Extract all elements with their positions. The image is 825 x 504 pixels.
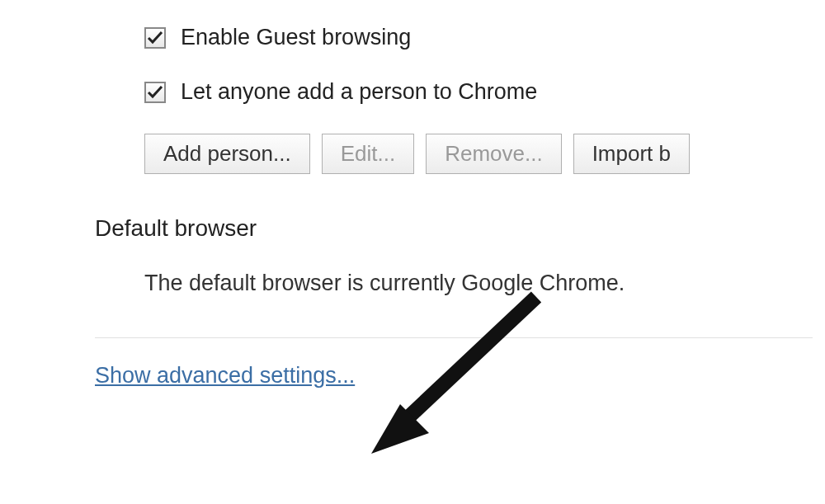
edit-person-button[interactable]: Edit... [322, 134, 414, 174]
add-person-button[interactable]: Add person... [144, 134, 310, 174]
anyone-add-row: Let anyone add a person to Chrome [144, 79, 825, 105]
annotation-arrow-icon [355, 289, 569, 470]
remove-person-button[interactable]: Remove... [426, 134, 562, 174]
import-button[interactable]: Import b [573, 134, 690, 174]
section-divider [95, 337, 813, 338]
anyone-add-label: Let anyone add a person to Chrome [181, 79, 537, 105]
check-icon [147, 85, 163, 100]
people-button-row: Add person... Edit... Remove... Import b [144, 134, 825, 174]
default-browser-text: The default browser is currently Google … [95, 271, 825, 296]
guest-browsing-label: Enable Guest browsing [181, 25, 411, 50]
default-browser-section: Default browser The default browser is c… [0, 215, 825, 296]
anyone-add-checkbox[interactable] [144, 82, 166, 103]
guest-browsing-row: Enable Guest browsing [144, 25, 825, 50]
check-icon [147, 31, 163, 45]
guest-browsing-checkbox[interactable] [144, 27, 166, 49]
default-browser-title: Default browser [95, 215, 825, 242]
show-advanced-settings-link[interactable]: Show advanced settings... [95, 363, 355, 389]
